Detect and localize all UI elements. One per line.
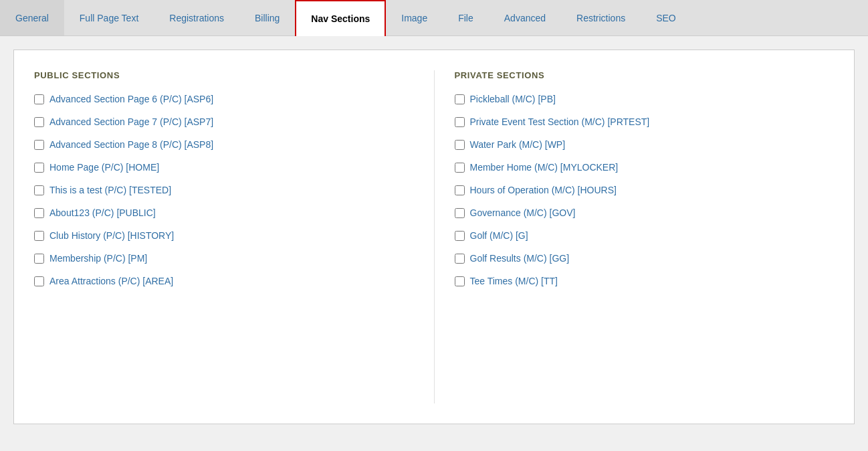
tab-seo[interactable]: SEO [641,0,691,35]
private-sections-column: PRIVATE SECTIONS Pickleball (M/C) [PB]Pr… [455,70,835,403]
tab-file[interactable]: File [443,0,489,35]
checkbox-prv-gov[interactable] [455,208,465,218]
private-item-tt: Tee Times (M/C) [TT] [455,276,835,286]
tab-advanced[interactable]: Advanced [489,0,561,35]
label-prv-wp[interactable]: Water Park (M/C) [WP] [470,139,566,150]
checkbox-prv-hours[interactable] [455,185,465,195]
label-pub-asp7[interactable]: Advanced Section Page 7 (P/C) [ASP7] [49,116,213,127]
public-sections-heading: PUBLIC SECTIONS [34,70,414,80]
label-pub-home[interactable]: Home Page (P/C) [HOME] [49,162,159,173]
private-item-mylocker: Member Home (M/C) [MYLOCKER] [455,162,835,173]
tab-general[interactable]: General [0,0,64,35]
tab-restrictions[interactable]: Restrictions [561,0,641,35]
checkbox-pub-area[interactable] [34,276,44,286]
checkbox-prv-gg[interactable] [455,254,465,264]
checkbox-prv-tt[interactable] [455,276,465,286]
label-prv-hours[interactable]: Hours of Operation (M/C) [HOURS] [470,185,617,195]
public-item-pm: Membership (P/C) [PM] [34,253,414,264]
public-item-asp6: Advanced Section Page 6 (P/C) [ASP6] [34,94,414,104]
public-sections-column: PUBLIC SECTIONS Advanced Section Page 6 … [34,70,414,403]
public-items-container: Advanced Section Page 6 (P/C) [ASP6]Adva… [34,94,414,286]
public-item-tested: This is a test (P/C) [TESTED] [34,185,414,195]
label-pub-asp8[interactable]: Advanced Section Page 8 (P/C) [ASP8] [49,139,213,150]
checkbox-prv-prtest[interactable] [455,117,465,127]
private-item-prtest: Private Event Test Section (M/C) [PRTEST… [455,116,835,127]
sections-container: PUBLIC SECTIONS Advanced Section Page 6 … [13,50,855,424]
label-pub-asp6[interactable]: Advanced Section Page 6 (P/C) [ASP6] [49,94,213,104]
label-prv-gg[interactable]: Golf Results (M/C) [GG] [470,253,570,264]
public-item-asp7: Advanced Section Page 7 (P/C) [ASP7] [34,116,414,127]
private-item-wp: Water Park (M/C) [WP] [455,139,835,150]
label-prv-gov[interactable]: Governance (M/C) [GOV] [470,207,576,218]
public-item-public: About123 (P/C) [PUBLIC] [34,207,414,218]
private-sections-heading: PRIVATE SECTIONS [455,70,835,80]
label-pub-pm[interactable]: Membership (P/C) [PM] [49,253,147,264]
checkbox-prv-g[interactable] [455,231,465,241]
tab-image[interactable]: Image [386,0,443,35]
label-prv-pb[interactable]: Pickleball (M/C) [PB] [470,94,556,104]
checkbox-pub-history[interactable] [34,231,44,241]
public-item-asp8: Advanced Section Page 8 (P/C) [ASP8] [34,139,414,150]
label-prv-tt[interactable]: Tee Times (M/C) [TT] [470,276,558,286]
private-item-hours: Hours of Operation (M/C) [HOURS] [455,185,835,195]
checkbox-pub-asp6[interactable] [34,94,44,104]
column-divider [434,70,435,403]
tab-bar: GeneralFull Page TextRegistrationsBillin… [0,0,868,36]
tab-billing[interactable]: Billing [239,0,295,35]
label-prv-mylocker[interactable]: Member Home (M/C) [MYLOCKER] [470,162,619,173]
public-item-history: Club History (P/C) [HISTORY] [34,230,414,241]
public-item-home: Home Page (P/C) [HOME] [34,162,414,173]
label-prv-prtest[interactable]: Private Event Test Section (M/C) [PRTEST… [470,116,650,127]
private-item-pb: Pickleball (M/C) [PB] [455,94,835,104]
private-item-gov: Governance (M/C) [GOV] [455,207,835,218]
label-prv-g[interactable]: Golf (M/C) [G] [470,230,528,241]
checkbox-pub-public[interactable] [34,208,44,218]
checkbox-pub-pm[interactable] [34,254,44,264]
content-area: PUBLIC SECTIONS Advanced Section Page 6 … [0,36,868,451]
label-pub-tested[interactable]: This is a test (P/C) [TESTED] [49,185,171,195]
public-item-area: Area Attractions (P/C) [AREA] [34,276,414,286]
checkbox-prv-wp[interactable] [455,140,465,150]
private-item-g: Golf (M/C) [G] [455,230,835,241]
checkbox-pub-asp7[interactable] [34,117,44,127]
label-pub-history[interactable]: Club History (P/C) [HISTORY] [49,230,174,241]
checkbox-prv-pb[interactable] [455,94,465,104]
private-items-container: Pickleball (M/C) [PB]Private Event Test … [455,94,835,286]
tab-nav-sections[interactable]: Nav Sections [295,0,386,36]
checkbox-pub-home[interactable] [34,163,44,173]
checkbox-pub-asp8[interactable] [34,140,44,150]
checkbox-pub-tested[interactable] [34,185,44,195]
tab-full-page-text[interactable]: Full Page Text [64,0,154,35]
private-item-gg: Golf Results (M/C) [GG] [455,253,835,264]
tab-registrations[interactable]: Registrations [154,0,239,35]
label-pub-public[interactable]: About123 (P/C) [PUBLIC] [49,207,156,218]
label-pub-area[interactable]: Area Attractions (P/C) [AREA] [49,276,173,286]
checkbox-prv-mylocker[interactable] [455,163,465,173]
